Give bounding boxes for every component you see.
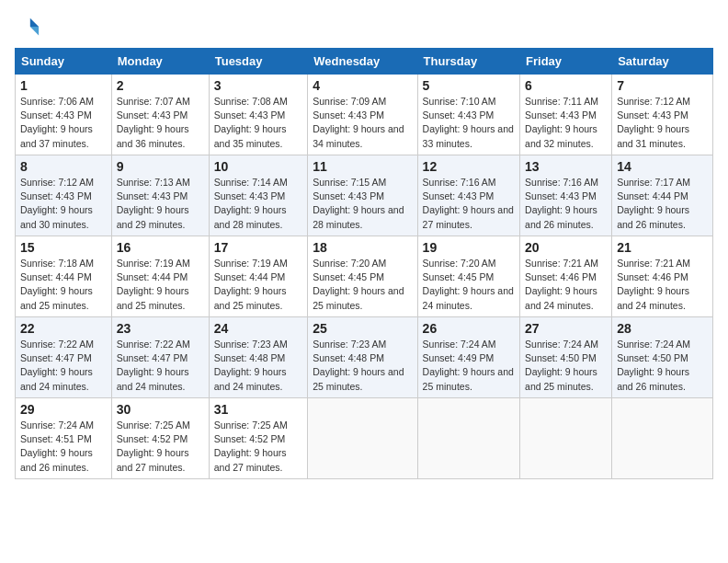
calendar-cell: 28Sunrise: 7:24 AMSunset: 4:50 PMDayligh…	[612, 317, 713, 398]
calendar-cell	[308, 398, 417, 479]
day-header-wednesday: Wednesday	[308, 49, 417, 75]
calendar-cell: 31Sunrise: 7:25 AMSunset: 4:52 PMDayligh…	[209, 398, 308, 479]
day-info: Sunrise: 7:06 AMSunset: 4:43 PMDaylight:…	[20, 95, 107, 151]
day-info: Sunrise: 7:21 AMSunset: 4:46 PMDaylight:…	[617, 257, 708, 313]
day-info: Sunrise: 7:23 AMSunset: 4:48 PMDaylight:…	[214, 338, 303, 394]
day-number: 24	[214, 321, 303, 336]
day-number: 2	[117, 78, 204, 93]
day-header-thursday: Thursday	[417, 49, 519, 75]
day-info: Sunrise: 7:24 AMSunset: 4:49 PMDaylight:…	[423, 338, 515, 394]
day-number: 18	[313, 240, 412, 255]
day-info: Sunrise: 7:21 AMSunset: 4:46 PMDaylight:…	[525, 257, 607, 313]
day-number: 31	[214, 402, 303, 417]
calendar-cell: 29Sunrise: 7:24 AMSunset: 4:51 PMDayligh…	[16, 398, 112, 479]
day-number: 9	[117, 159, 204, 174]
day-info: Sunrise: 7:17 AMSunset: 4:44 PMDaylight:…	[617, 176, 708, 232]
calendar-row-4: 22Sunrise: 7:22 AMSunset: 4:47 PMDayligh…	[16, 317, 713, 398]
day-info: Sunrise: 7:12 AMSunset: 4:43 PMDaylight:…	[20, 176, 107, 232]
calendar-cell: 11Sunrise: 7:15 AMSunset: 4:43 PMDayligh…	[308, 155, 417, 236]
day-number: 25	[313, 321, 412, 336]
calendar-cell: 24Sunrise: 7:23 AMSunset: 4:48 PMDayligh…	[209, 317, 308, 398]
calendar-cell: 6Sunrise: 7:11 AMSunset: 4:43 PMDaylight…	[520, 75, 612, 155]
day-info: Sunrise: 7:23 AMSunset: 4:48 PMDaylight:…	[313, 338, 412, 394]
calendar-cell: 30Sunrise: 7:25 AMSunset: 4:52 PMDayligh…	[111, 398, 209, 479]
calendar-cell: 25Sunrise: 7:23 AMSunset: 4:48 PMDayligh…	[308, 317, 417, 398]
calendar-cell: 4Sunrise: 7:09 AMSunset: 4:43 PMDaylight…	[308, 75, 417, 155]
day-number: 20	[525, 240, 607, 255]
day-info: Sunrise: 7:24 AMSunset: 4:50 PMDaylight:…	[617, 338, 708, 394]
calendar-row-3: 15Sunrise: 7:18 AMSunset: 4:44 PMDayligh…	[16, 236, 713, 317]
day-info: Sunrise: 7:18 AMSunset: 4:44 PMDaylight:…	[20, 257, 107, 313]
day-info: Sunrise: 7:22 AMSunset: 4:47 PMDaylight:…	[20, 338, 107, 394]
day-info: Sunrise: 7:25 AMSunset: 4:52 PMDaylight:…	[117, 419, 204, 475]
header-row: SundayMondayTuesdayWednesdayThursdayFrid…	[16, 49, 713, 75]
logo	[15, 15, 42, 40]
day-info: Sunrise: 7:11 AMSunset: 4:43 PMDaylight:…	[525, 95, 607, 151]
day-number: 26	[423, 321, 515, 336]
calendar-cell: 10Sunrise: 7:14 AMSunset: 4:43 PMDayligh…	[209, 155, 308, 236]
day-number: 14	[617, 159, 708, 174]
day-number: 22	[20, 321, 107, 336]
calendar-cell	[612, 398, 713, 479]
calendar-cell: 18Sunrise: 7:20 AMSunset: 4:45 PMDayligh…	[308, 236, 417, 317]
day-info: Sunrise: 7:20 AMSunset: 4:45 PMDaylight:…	[313, 257, 412, 313]
calendar-cell: 3Sunrise: 7:08 AMSunset: 4:43 PMDaylight…	[209, 75, 308, 155]
day-number: 29	[20, 402, 107, 417]
day-number: 10	[214, 159, 303, 174]
day-info: Sunrise: 7:20 AMSunset: 4:45 PMDaylight:…	[423, 257, 515, 313]
day-info: Sunrise: 7:09 AMSunset: 4:43 PMDaylight:…	[313, 95, 412, 151]
calendar-cell: 27Sunrise: 7:24 AMSunset: 4:50 PMDayligh…	[520, 317, 612, 398]
day-header-saturday: Saturday	[612, 49, 713, 75]
day-info: Sunrise: 7:12 AMSunset: 4:43 PMDaylight:…	[617, 95, 708, 151]
day-number: 8	[20, 159, 107, 174]
day-number: 5	[423, 78, 515, 93]
calendar-cell: 17Sunrise: 7:19 AMSunset: 4:44 PMDayligh…	[209, 236, 308, 317]
day-info: Sunrise: 7:13 AMSunset: 4:43 PMDaylight:…	[117, 176, 204, 232]
calendar-cell: 21Sunrise: 7:21 AMSunset: 4:46 PMDayligh…	[612, 236, 713, 317]
page-container: SundayMondayTuesdayWednesdayThursdayFrid…	[15, 15, 713, 479]
calendar-cell: 12Sunrise: 7:16 AMSunset: 4:43 PMDayligh…	[417, 155, 519, 236]
calendar-cell: 19Sunrise: 7:20 AMSunset: 4:45 PMDayligh…	[417, 236, 519, 317]
svg-marker-1	[30, 27, 39, 35]
calendar-cell: 22Sunrise: 7:22 AMSunset: 4:47 PMDayligh…	[16, 317, 112, 398]
calendar-cell: 16Sunrise: 7:19 AMSunset: 4:44 PMDayligh…	[111, 236, 209, 317]
calendar-cell: 7Sunrise: 7:12 AMSunset: 4:43 PMDaylight…	[612, 75, 713, 155]
day-number: 7	[617, 78, 708, 93]
day-info: Sunrise: 7:14 AMSunset: 4:43 PMDaylight:…	[214, 176, 303, 232]
day-info: Sunrise: 7:07 AMSunset: 4:43 PMDaylight:…	[117, 95, 204, 151]
day-header-sunday: Sunday	[16, 49, 112, 75]
calendar-cell: 20Sunrise: 7:21 AMSunset: 4:46 PMDayligh…	[520, 236, 612, 317]
calendar-table: SundayMondayTuesdayWednesdayThursdayFrid…	[15, 48, 713, 479]
day-info: Sunrise: 7:24 AMSunset: 4:51 PMDaylight:…	[20, 419, 107, 475]
day-number: 13	[525, 159, 607, 174]
calendar-cell: 26Sunrise: 7:24 AMSunset: 4:49 PMDayligh…	[417, 317, 519, 398]
calendar-cell	[520, 398, 612, 479]
calendar-cell: 9Sunrise: 7:13 AMSunset: 4:43 PMDaylight…	[111, 155, 209, 236]
day-number: 1	[20, 78, 107, 93]
day-info: Sunrise: 7:19 AMSunset: 4:44 PMDaylight:…	[214, 257, 303, 313]
header	[15, 15, 713, 40]
day-number: 17	[214, 240, 303, 255]
logo-icon	[15, 15, 40, 40]
calendar-cell: 13Sunrise: 7:16 AMSunset: 4:43 PMDayligh…	[520, 155, 612, 236]
day-info: Sunrise: 7:15 AMSunset: 4:43 PMDaylight:…	[313, 176, 412, 232]
day-info: Sunrise: 7:22 AMSunset: 4:47 PMDaylight:…	[117, 338, 204, 394]
day-number: 27	[525, 321, 607, 336]
day-number: 3	[214, 78, 303, 93]
calendar-cell: 2Sunrise: 7:07 AMSunset: 4:43 PMDaylight…	[111, 75, 209, 155]
day-number: 21	[617, 240, 708, 255]
day-number: 28	[617, 321, 708, 336]
day-number: 30	[117, 402, 204, 417]
day-info: Sunrise: 7:08 AMSunset: 4:43 PMDaylight:…	[214, 95, 303, 151]
day-number: 4	[313, 78, 412, 93]
day-header-friday: Friday	[520, 49, 612, 75]
day-info: Sunrise: 7:24 AMSunset: 4:50 PMDaylight:…	[525, 338, 607, 394]
calendar-cell: 1Sunrise: 7:06 AMSunset: 4:43 PMDaylight…	[16, 75, 112, 155]
day-info: Sunrise: 7:16 AMSunset: 4:43 PMDaylight:…	[525, 176, 607, 232]
calendar-cell: 8Sunrise: 7:12 AMSunset: 4:43 PMDaylight…	[16, 155, 112, 236]
day-info: Sunrise: 7:10 AMSunset: 4:43 PMDaylight:…	[423, 95, 515, 151]
calendar-cell: 15Sunrise: 7:18 AMSunset: 4:44 PMDayligh…	[16, 236, 112, 317]
calendar-row-1: 1Sunrise: 7:06 AMSunset: 4:43 PMDaylight…	[16, 75, 713, 155]
calendar-row-2: 8Sunrise: 7:12 AMSunset: 4:43 PMDaylight…	[16, 155, 713, 236]
day-header-monday: Monday	[111, 49, 209, 75]
